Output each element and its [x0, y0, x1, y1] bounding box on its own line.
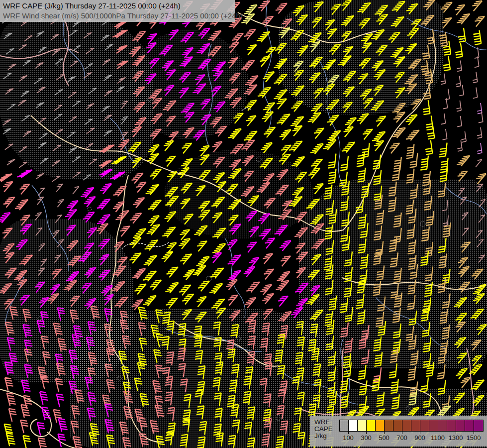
wind-barb [479, 215, 485, 223]
wind-barb [420, 156, 428, 170]
wind-barb [249, 226, 259, 237]
wind-barb [101, 106, 109, 112]
wind-barb [406, 115, 417, 125]
wind-barb [215, 362, 223, 375]
wind-barb [229, 73, 240, 84]
wind-barb [476, 159, 482, 167]
wind-barb [340, 393, 348, 408]
wind-barb [167, 321, 174, 335]
wind-barb [18, 100, 26, 106]
wind-barb [58, 434, 66, 447]
wind-barb [69, 147, 77, 153]
wind-barb [99, 255, 109, 265]
wind-barb [104, 91, 112, 96]
wind-barb [69, 116, 77, 122]
wind-barb [437, 364, 445, 379]
wind-barb [162, 312, 170, 326]
wind-barb [178, 168, 189, 178]
wind-barb [136, 182, 146, 193]
wind-barb [340, 298, 348, 313]
wind-barb [297, 337, 304, 350]
wind-barb [230, 98, 241, 108]
wind-barb [97, 215, 110, 225]
wind-barb [226, 184, 238, 195]
wind-barb [457, 14, 470, 24]
wind-barb [356, 294, 364, 309]
wind-barb [81, 188, 94, 198]
wind-barb [357, 310, 365, 324]
wind-barb [143, 296, 156, 306]
wind-barb [340, 156, 348, 171]
wind-barb [374, 141, 384, 151]
wind-barb [38, 438, 47, 448]
wind-barb [310, 144, 323, 154]
wind-barb [327, 382, 335, 396]
wind-barb [132, 31, 145, 42]
wind-barb [195, 312, 206, 323]
wind-barb [440, 309, 448, 324]
wind-barb [309, 57, 322, 68]
wind-barb [133, 198, 145, 208]
wind-barb [87, 128, 95, 133]
wind-barb [58, 338, 67, 351]
wind-barb [229, 380, 237, 393]
wind-barb [213, 173, 225, 183]
wind-barb [54, 114, 62, 119]
wind-barb [73, 21, 81, 26]
wind-barb [462, 228, 469, 235]
wind-barb [36, 103, 44, 108]
wind-barb [314, 379, 321, 393]
wind-barb [244, 376, 251, 389]
wind-barb [425, 242, 433, 256]
wind-barb [184, 214, 194, 224]
wind-barb [341, 212, 349, 226]
wind-barb [228, 295, 238, 306]
wind-barb [120, 320, 129, 333]
wind-barb [289, 141, 302, 152]
wind-barb [456, 368, 468, 379]
wind-barb [162, 61, 174, 71]
colorbar-tick-label: 1100 [431, 434, 445, 442]
wind-barb [410, 350, 418, 365]
wind-barb [117, 78, 125, 83]
wind-barb [294, 408, 301, 422]
wind-barb [124, 407, 133, 420]
wind-barb [331, 4, 341, 15]
wind-barb [85, 143, 93, 149]
wind-barb [411, 99, 421, 110]
wind-barb [4, 253, 14, 263]
wind-barb [211, 197, 224, 208]
wind-barb [328, 366, 336, 381]
wind-barb [244, 85, 257, 95]
wind-barb [457, 101, 462, 112]
wind-barb [42, 407, 51, 420]
wind-barb [472, 269, 483, 280]
wind-barb [199, 422, 206, 435]
wind-barb [14, 271, 27, 281]
wind-barb [291, 86, 304, 96]
wind-barb [423, 85, 431, 99]
wind-barb [166, 156, 176, 167]
wind-barb [310, 42, 320, 52]
wind-barb [457, 353, 467, 363]
wind-barb [229, 160, 241, 170]
wind-barb [295, 243, 305, 253]
wind-barb [277, 99, 287, 109]
wind-barb [325, 20, 335, 30]
wind-barb [215, 409, 222, 422]
wind-barb [118, 140, 129, 150]
wind-barb [277, 365, 285, 379]
wind-barb [374, 352, 382, 366]
colorbar-cell [393, 420, 402, 431]
wind-barb [311, 159, 322, 170]
wind-barb [308, 339, 316, 353]
wind-barb [86, 377, 94, 390]
wind-barb [443, 56, 451, 71]
wind-barb [67, 240, 78, 251]
wind-barb [178, 363, 186, 377]
wind-barb [100, 184, 111, 194]
wind-barb [324, 255, 332, 270]
colorbar-cell [385, 420, 393, 431]
wind-barb [112, 30, 127, 38]
wind-barb [455, 337, 466, 348]
